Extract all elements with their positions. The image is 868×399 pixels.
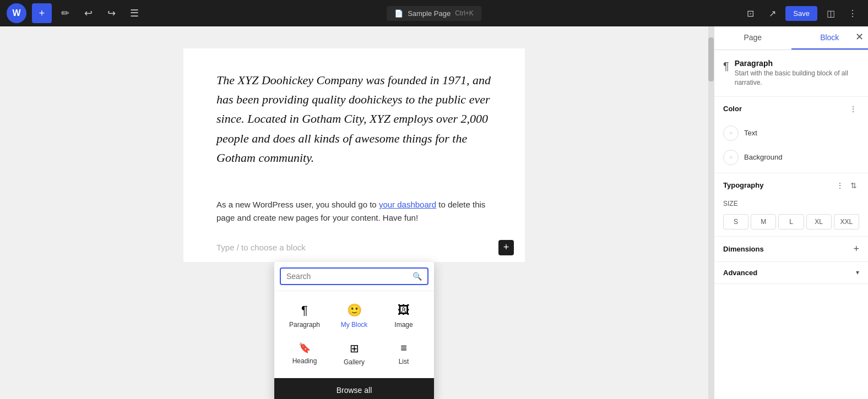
picker-search-area: 🔍 (274, 262, 434, 291)
size-label: SIZE (723, 200, 738, 207)
block-name: Paragraph (735, 59, 859, 68)
page-title: Sample Page (408, 9, 451, 18)
search-input[interactable] (286, 272, 408, 281)
page-icon: 📄 (394, 9, 403, 18)
italic-paragraph: The XYZ Doohickey Company was founded in… (216, 70, 492, 167)
scroll-track (708, 26, 714, 399)
picker-item-label-myblock: My Block (341, 321, 368, 329)
view-button[interactable]: ↗ (763, 4, 781, 22)
block-description: Start with the basic building block of a… (735, 69, 859, 88)
more-options-button[interactable]: ⋮ (844, 4, 861, 22)
sidebar-toggle-button[interactable]: ◫ (822, 4, 839, 22)
text-color-circle[interactable]: ○ (723, 125, 739, 141)
right-sidebar: Page Block ✕ ¶ Paragraph Start with the … (714, 26, 868, 399)
new-block-area[interactable]: Type / to choose a block + (183, 233, 525, 262)
size-m-button[interactable]: M (751, 214, 776, 229)
color-section: Color ⋮ ○ Text ○ Background (714, 97, 868, 173)
edit-tool-button[interactable]: ✏ (55, 3, 75, 23)
typography-filter-button[interactable]: ⇅ (848, 180, 859, 191)
typography-section-title: Typography (723, 181, 763, 189)
type-placeholder: Type / to choose a block (216, 243, 306, 252)
block-info: ¶ Paragraph Start with the basic buildin… (714, 50, 868, 97)
image-icon: 🖼 (398, 303, 410, 318)
text-color-label: Text (744, 129, 757, 137)
typography-section: Typography ⋮ ⇅ SIZE S M L XL XXL (714, 173, 868, 237)
sidebar-close-button[interactable]: ✕ (855, 31, 864, 43)
wp-logo: W (7, 3, 26, 23)
keyboard-shortcut: Ctrl+K (455, 9, 474, 17)
paragraph-text-before: As a new WordPress user, you should go t… (216, 200, 379, 209)
color-options-button[interactable]: ⋮ (847, 103, 859, 114)
main-layout: The XYZ Doohickey Company was founded in… (0, 26, 868, 399)
tab-page[interactable]: Page (714, 26, 791, 50)
size-xl-button[interactable]: XL (806, 214, 832, 229)
undo-button[interactable]: ↩ (78, 3, 98, 23)
italic-content-block: The XYZ Doohickey Company was founded in… (183, 48, 525, 189)
preview-button[interactable]: ⊡ (741, 4, 759, 22)
paragraph-block: As a new WordPress user, you should go t… (183, 189, 525, 233)
paragraph-icon: ¶ (301, 303, 308, 318)
text-color-row: ○ Text (714, 121, 868, 145)
picker-item-list[interactable]: ≡ List (380, 336, 427, 371)
size-buttons-row: S M L XL XXL (714, 210, 868, 236)
dashboard-link[interactable]: your dashboard (379, 200, 436, 209)
picker-item-label-paragraph: Paragraph (289, 321, 320, 329)
size-l-button[interactable]: L (778, 214, 804, 229)
advanced-section-header[interactable]: Advanced ▾ (714, 262, 868, 283)
picker-item-label-gallery: Gallery (344, 358, 365, 366)
search-icon: 🔍 (413, 272, 422, 281)
size-xxl-button[interactable]: XXL (834, 214, 859, 229)
background-color-label: Background (744, 153, 782, 161)
typography-section-header[interactable]: Typography ⋮ ⇅ (714, 173, 868, 198)
dimensions-section-title: Dimensions (723, 245, 764, 253)
chevron-down-icon: ▾ (856, 269, 859, 276)
page-title-bar: 📄 Sample Page Ctrl+K (387, 6, 481, 21)
dimensions-section-header[interactable]: Dimensions + (714, 237, 868, 261)
inline-add-block-button[interactable]: + (498, 240, 514, 255)
main-toolbar: W + ✏ ↩ ↪ ☰ 📄 Sample Page Ctrl+K ⊡ ↗ Sav… (0, 0, 868, 26)
block-picker-popup: 🔍 ¶ Paragraph 🙂 My Block (274, 262, 434, 399)
block-info-text: Paragraph Start with the basic building … (735, 59, 859, 88)
picker-search-inner: 🔍 (280, 267, 428, 285)
advanced-section: Advanced ▾ (714, 262, 868, 284)
list-icon: ≡ (400, 342, 407, 354)
save-button[interactable]: Save (785, 6, 817, 21)
sidebar-tabs: Page Block ✕ (714, 26, 868, 50)
size-s-button[interactable]: S (723, 214, 748, 229)
picker-item-label-list: List (399, 358, 409, 365)
color-section-header[interactable]: Color ⋮ (714, 97, 868, 121)
heading-icon: 🔖 (299, 342, 311, 354)
background-color-row: ○ Background (714, 145, 868, 173)
picker-grid: ¶ Paragraph 🙂 My Block 🖼 Image (274, 291, 434, 378)
scroll-thumb[interactable] (708, 37, 714, 81)
list-view-button[interactable]: ☰ (124, 3, 144, 23)
redo-button[interactable]: ↪ (101, 3, 121, 23)
paragraph-block-icon: ¶ (723, 60, 729, 73)
picker-item-image[interactable]: 🖼 Image (380, 298, 427, 334)
editor-area[interactable]: The XYZ Doohickey Company was founded in… (0, 26, 708, 399)
new-block-wrapper: Type / to choose a block + 🔍 ¶ Paragraph (183, 233, 525, 262)
picker-item-heading[interactable]: 🔖 Heading (281, 336, 328, 371)
picker-item-paragraph[interactable]: ¶ Paragraph (281, 298, 328, 334)
myblock-icon: 🙂 (347, 303, 362, 318)
picker-item-label-heading: Heading (292, 357, 317, 365)
picker-item-myblock[interactable]: 🙂 My Block (330, 298, 378, 334)
gallery-icon: ⊞ (350, 342, 359, 355)
color-section-title: Color (723, 105, 742, 113)
typography-size-label: SIZE (714, 198, 868, 210)
advanced-section-title: Advanced (723, 269, 757, 277)
dimensions-section: Dimensions + (714, 237, 868, 262)
typography-options-button[interactable]: ⋮ (834, 180, 846, 191)
add-block-toolbar-button[interactable]: + (32, 3, 52, 23)
color-section-actions: ⋮ (847, 103, 859, 114)
toolbar-right-actions: ⊡ ↗ Save ◫ ⋮ (741, 4, 861, 22)
browse-all-button[interactable]: Browse all (274, 378, 434, 399)
add-dimension-button[interactable]: + (853, 243, 859, 255)
picker-item-label-image: Image (394, 321, 413, 329)
picker-item-gallery[interactable]: ⊞ Gallery (330, 336, 378, 371)
typography-section-actions: ⋮ ⇅ (834, 180, 859, 191)
background-color-circle[interactable]: ○ (723, 150, 739, 165)
